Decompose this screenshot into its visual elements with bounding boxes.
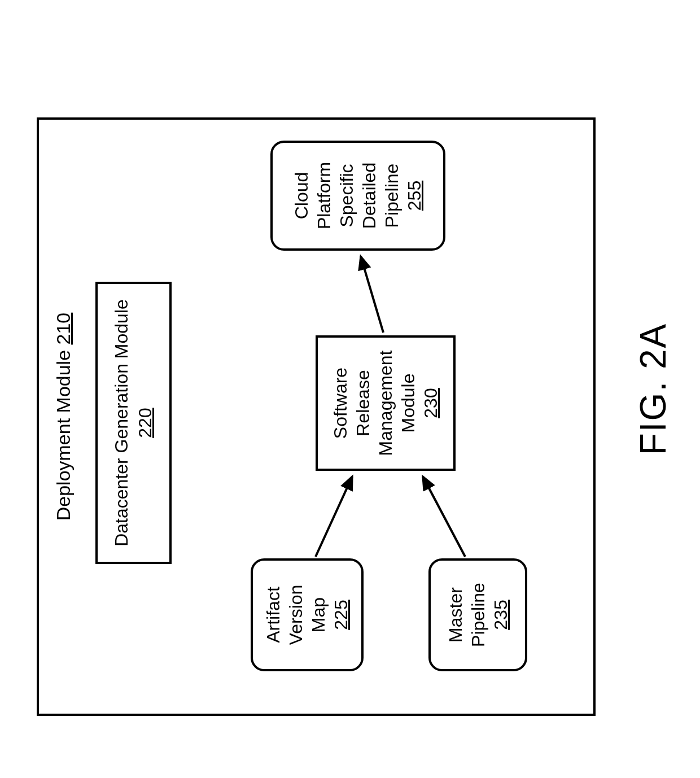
avm-line1: Artifact: [262, 587, 285, 643]
srm-number: 230: [419, 388, 442, 418]
software-release-management-module-box: Software Release Management Module 230: [316, 335, 456, 471]
mp-number: 235: [489, 600, 512, 630]
arrow-mp-to-srm: [423, 477, 465, 557]
deployment-module-title-text: Deployment Module: [53, 350, 74, 521]
srm-line3: Management: [374, 351, 397, 456]
datacenter-title-text: Datacenter Generation Module: [110, 299, 134, 547]
avm-line2: Version Map: [285, 566, 330, 663]
deployment-module-title: Deployment Module 210: [53, 120, 75, 714]
mp-line1: Master: [444, 587, 467, 642]
datacenter-generation-module-box: Datacenter Generation Module 220: [95, 282, 172, 564]
srm-line4: Module: [397, 374, 419, 433]
figure-label: FIG. 2A: [632, 0, 674, 778]
datacenter-number: 220: [134, 408, 158, 438]
arrow-avm-to-srm: [316, 477, 352, 557]
cpp-number: 255: [403, 181, 426, 211]
master-pipeline-box: Master Pipeline 235: [428, 558, 527, 671]
artifact-version-map-box: Artifact Version Map 225: [251, 558, 364, 671]
avm-number: 225: [330, 600, 352, 630]
srm-line2: Release: [352, 370, 374, 436]
mp-line2: Pipeline: [467, 583, 489, 647]
cpp-line2: Platform: [313, 162, 335, 229]
cpp-line3: Specific: [335, 164, 358, 227]
deployment-module-box: Deployment Module 210 Datacenter Generat…: [37, 117, 596, 716]
cpp-line1: Cloud: [290, 172, 313, 220]
cpp-line5: Pipeline: [380, 164, 403, 228]
deployment-module-number: 210: [53, 313, 74, 345]
rotated-content: Deployment Module 210 Datacenter Generat…: [0, 0, 700, 778]
cloud-platform-pipeline-box: Cloud Platform Specific Detailed Pipelin…: [270, 141, 445, 251]
diagram-canvas: Deployment Module 210 Datacenter Generat…: [0, 0, 700, 778]
srm-line1: Software: [329, 368, 352, 439]
cpp-line4: Detailed: [358, 163, 380, 229]
arrow-srm-to-cpp: [361, 256, 383, 333]
